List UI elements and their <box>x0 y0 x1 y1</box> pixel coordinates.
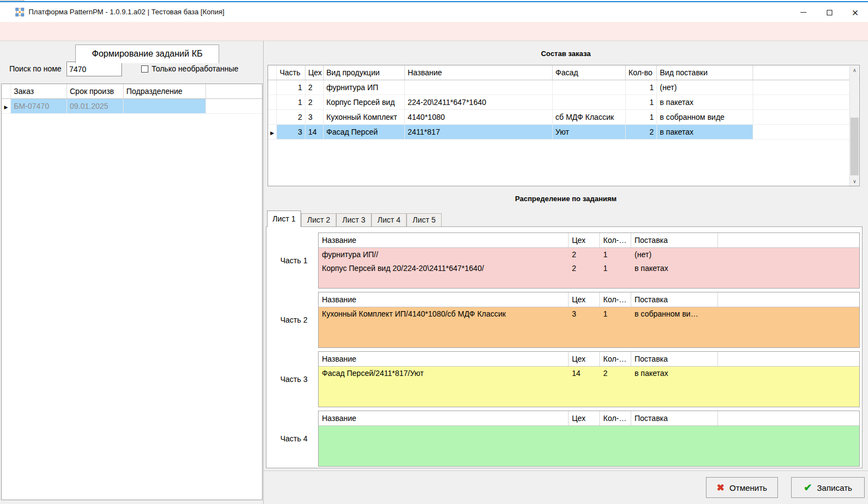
sheet-tab-5[interactable]: Лист 5 <box>407 213 442 226</box>
save-button[interactable]: ✔ Записать <box>791 477 865 498</box>
col-order: Заказ <box>11 84 67 98</box>
col-department: Подразделение <box>124 84 206 98</box>
part-3-table: Название Цех Кол-… Поставка Фасад Персей… <box>318 351 860 407</box>
part-1-table: Название Цех Кол-… Поставка фурнитура ИП… <box>318 232 860 289</box>
title-bar: Платформа PatternPM - 1.0.9.1.a02 | Тест… <box>0 2 868 22</box>
orders-table-header: Заказ Срок произв Подразделение <box>2 84 262 99</box>
panel-divider <box>263 41 264 504</box>
main-tab-bar: Главное меню Формирование заданий КБ <box>0 22 868 41</box>
col-due-date: Срок произв <box>67 84 124 98</box>
close-button[interactable]: × <box>842 2 868 23</box>
part-4-table: Название Цех Кол-… Поставка <box>318 411 860 467</box>
app-icon <box>15 8 24 16</box>
minimize-icon <box>800 12 806 13</box>
window-title: Платформа PatternPM - 1.0.9.1.a02 | Тест… <box>29 2 224 22</box>
part-4-label: Часть 4 <box>270 411 318 467</box>
part-2-label: Часть 2 <box>270 292 318 348</box>
distribution-panel-title: Распределение по заданиям <box>264 195 868 203</box>
task-row[interactable]: Корпус Персей вид 20/224-20\2411*647*164… <box>319 262 859 275</box>
task-row[interactable]: фурнитура ИП// 2 1 (нет) <box>319 248 859 262</box>
only-unprocessed-label: Только необработанные <box>152 62 238 76</box>
composition-panel-title: Состав заказа <box>264 49 868 58</box>
only-unprocessed-checkbox[interactable] <box>141 65 148 73</box>
composition-table: Часть Цех Вид продукции Название Фасад К… <box>268 65 860 186</box>
minimize-button[interactable] <box>791 2 816 23</box>
scrollbar-thumb[interactable] <box>850 118 859 175</box>
part-1-label: Часть 1 <box>270 232 318 289</box>
row-indicator-header <box>268 65 277 80</box>
sheet-page: Часть 1 Название Цех Кол-… Поставка фурн… <box>266 226 863 468</box>
col-delivery: Вид поставки <box>657 65 753 80</box>
col-product-type: Вид продукции <box>324 65 405 80</box>
composition-table-header: Часть Цех Вид продукции Название Фасад К… <box>268 65 859 80</box>
maximize-button[interactable] <box>816 2 842 23</box>
part-2-table: Название Цех Кол-… Поставка Кухонный Ком… <box>318 292 860 348</box>
composition-row-selected[interactable]: ▶ 3 14 Фасад Персей 2411*817 Уют 2 в пак… <box>268 125 859 140</box>
cancel-button[interactable]: ✖ Отменить <box>706 477 778 498</box>
save-check-icon: ✔ <box>804 481 812 494</box>
col-shop: Цех <box>305 65 324 80</box>
close-icon: × <box>852 7 859 18</box>
col-qty: Кол-во <box>626 65 657 80</box>
row-indicator-header <box>2 84 11 98</box>
task-row[interactable]: Фасад Персей/2411*817/Уют 14 2 в пакетах <box>319 367 859 380</box>
part-3-label: Часть 3 <box>270 351 318 407</box>
order-row-selected[interactable]: ▶ БМ-07470 09.01.2025 <box>2 99 262 114</box>
search-input[interactable] <box>66 62 122 76</box>
sheet-tab-3[interactable]: Лист 3 <box>336 213 371 226</box>
sheet-tab-4[interactable]: Лист 4 <box>371 213 407 226</box>
current-row-arrow-icon: ▶ <box>270 130 274 136</box>
maximize-icon <box>827 10 832 15</box>
tab-task-formation[interactable]: Формирование заданий КБ <box>75 45 219 63</box>
col-facade: Фасад <box>553 65 626 80</box>
search-label: Поиск по номе <box>9 62 62 76</box>
scroll-down-icon[interactable]: ∨ <box>850 177 859 186</box>
footer-separator <box>264 470 868 471</box>
orders-table: Заказ Срок произв Подразделение ▶ БМ-074… <box>1 84 263 500</box>
scroll-up-icon[interactable]: ∧ <box>850 66 859 75</box>
composition-row[interactable]: 1 2 Корпус Персей вид 224-20\2411*647*16… <box>268 95 859 110</box>
col-name: Название <box>405 65 553 80</box>
composition-row[interactable]: 2 3 Кухонный Комплект 4140*1080 сб МДФ К… <box>268 110 859 125</box>
cancel-x-icon: ✖ <box>717 482 725 494</box>
col-part: Часть <box>277 65 305 80</box>
composition-row[interactable]: 1 2 фурнитура ИП 1 (нет) <box>268 80 859 95</box>
sheet-tab-2[interactable]: Лист 2 <box>301 213 336 226</box>
task-row[interactable]: Кухонный Комплект ИП/4140*1080/сб МДФ Кл… <box>319 307 859 321</box>
vertical-scrollbar[interactable]: ∧ ∨ <box>849 66 859 186</box>
current-row-arrow-icon: ▶ <box>4 104 8 110</box>
sheet-tab-1[interactable]: Лист 1 <box>267 211 301 227</box>
